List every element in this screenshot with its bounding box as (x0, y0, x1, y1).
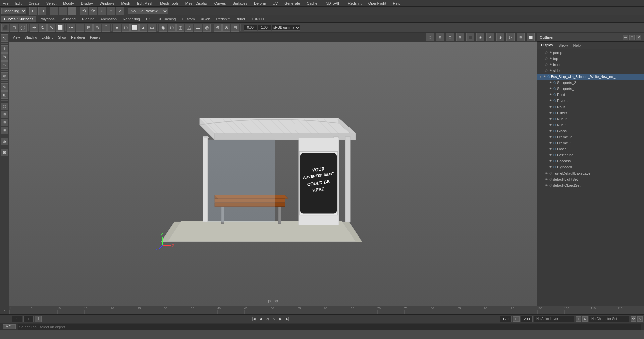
outliner-item-lightset[interactable]: 👁 ⬡ defaultLightSet (537, 176, 644, 182)
bezier-tool[interactable]: ≈ (76, 24, 84, 32)
outliner-item-glass[interactable]: 👁 ⬡ Glass (537, 128, 644, 134)
vp-btn10[interactable]: ⊟ (517, 33, 525, 41)
nurbs-cube[interactable]: ⬡ (168, 24, 176, 32)
paint-tool[interactable]: ◯ (19, 24, 27, 32)
display3-left[interactable]: ⊟ (1, 119, 8, 126)
outliner-item-rivets[interactable]: 👁 ⬡ Rivets (537, 98, 644, 104)
status-input[interactable] (18, 324, 641, 330)
pencil-tool[interactable]: ✎ (93, 24, 101, 32)
outliner-item-fastening[interactable]: 👁 ⬡ Fastening (537, 152, 644, 158)
last-tool[interactable]: ⬜ (56, 24, 64, 32)
curve-tool[interactable]: 〜 (67, 24, 75, 32)
value2-input[interactable] (258, 25, 271, 31)
outliner-item-supports2[interactable]: 👁 ⬡ Supports_2 (537, 80, 644, 86)
outliner-maximize[interactable]: □ (629, 35, 635, 40)
menu-modify[interactable]: Modify (62, 1, 75, 5)
redo-btn[interactable]: ↪ (38, 7, 46, 15)
display-left[interactable]: ⬚ (1, 103, 8, 110)
play-btn[interactable]: ▷ (271, 316, 277, 322)
outliner-item-carcass[interactable]: 👁 ⬡ Carcass (537, 158, 644, 164)
nurbs-cone[interactable]: △ (185, 24, 193, 32)
rotate-left[interactable]: ↻ (1, 53, 8, 61)
vp-btn5[interactable]: ⬛ (466, 33, 474, 41)
tab-rendering[interactable]: Rendering (120, 16, 143, 22)
menu-edit[interactable]: Edit (14, 1, 23, 5)
tab-curves-surfaces[interactable]: Curves / Surfaces (1, 16, 36, 22)
step-fwd-btn[interactable]: ▶ (278, 316, 284, 322)
value1-input[interactable] (244, 25, 257, 31)
rotate-tool[interactable]: ↻ (39, 24, 47, 32)
go-start-btn[interactable]: |◀ (251, 316, 257, 322)
live-preview-select[interactable]: No Live Preview (128, 8, 168, 14)
tb3[interactable]: ⬡ (68, 7, 76, 15)
menu-file[interactable]: File (1, 1, 10, 5)
menu-windows[interactable]: Windows (98, 1, 116, 5)
vp-view[interactable]: View (11, 35, 21, 40)
cube-tool[interactable]: ⬡ (122, 24, 130, 32)
tab-rigging[interactable]: Rigging (79, 16, 97, 22)
nurbs-torus[interactable]: ◎ (203, 24, 211, 32)
go-end-btn[interactable]: ▶| (284, 316, 290, 322)
nurbs-sphere[interactable]: ◉ (159, 24, 167, 32)
outliner-item-bus-stop[interactable]: ▼ 👁 ⬡ Bus_Stop_with_Billboard_White_New_… (537, 74, 644, 80)
outliner-item-bigboard[interactable]: 👁 ⬡ Bigboard (537, 164, 644, 170)
outliner-item-nut2[interactable]: 👁 ⬡ Nut_2 (537, 116, 644, 122)
display2-left[interactable]: ⊡ (1, 111, 8, 118)
outliner-item-floor[interactable]: 👁 ⬡ Floor (537, 146, 644, 152)
vp-btn1[interactable]: ⬚ (426, 33, 434, 41)
menu-deform[interactable]: Deform (253, 1, 267, 5)
vp-btn8[interactable]: ◑ (496, 33, 504, 41)
frame-current-input[interactable] (23, 316, 34, 322)
vp-renderer[interactable]: Renderer (70, 35, 87, 40)
char-set-btn[interactable]: ⚙ (631, 316, 636, 322)
display4-left[interactable]: ⊞ (1, 127, 8, 134)
undo-btn[interactable]: ↩ (29, 7, 37, 15)
lasso-tool[interactable]: ◻ (10, 24, 18, 32)
menu-create[interactable]: Create (27, 1, 41, 5)
menu-openflight[interactable]: OpenFlight (367, 1, 388, 5)
snap3[interactable]: ⊞ (231, 24, 239, 32)
tab-custom[interactable]: Custom (179, 16, 198, 22)
sphere-tool[interactable]: ● (113, 24, 121, 32)
frame-range-end-input[interactable] (500, 316, 512, 322)
outliner-tab-show[interactable]: Show (557, 43, 569, 48)
tab-sculpting[interactable]: Sculpting (58, 16, 78, 22)
menu-cache[interactable]: Cache (305, 1, 319, 5)
vp-btn6[interactable]: ◉ (476, 33, 484, 41)
anim-layer-btn2[interactable]: ⚙ (582, 316, 588, 322)
nurbs-cyl[interactable]: ◫ (176, 24, 184, 32)
vp-shading[interactable]: Shading (23, 35, 39, 40)
outliner-item-persp[interactable]: ⬡ 👁 persp (537, 50, 644, 56)
outliner-tab-display[interactable]: Display (540, 42, 554, 48)
tab-redshift[interactable]: Redshift (214, 16, 232, 22)
snap-left[interactable]: ⊕ (1, 72, 8, 80)
transform2[interactable]: ⟳ (89, 7, 97, 15)
xray-left[interactable]: ◑ (1, 138, 8, 145)
vp-btn9[interactable]: ▷ (506, 33, 515, 41)
tab-xgen[interactable]: XGen (198, 16, 213, 22)
scale-tool[interactable]: ⤡ (47, 24, 55, 32)
sculpt-left[interactable]: ⊞ (1, 91, 8, 99)
outliner-item-turtlebake[interactable]: 👁 ⬡ TurtleDefaultBakeLayer (537, 170, 644, 176)
vp-btn2[interactable]: ⊞ (436, 33, 444, 41)
select-tool[interactable]: ⬛ (1, 24, 9, 32)
outliner-minimize[interactable]: — (623, 35, 628, 40)
outliner-item-side[interactable]: ⬡ 👁 side (537, 68, 644, 74)
vp-btn3[interactable]: ⊡ (446, 33, 454, 41)
scale-left[interactable]: ⤡ (1, 61, 8, 69)
outliner-item-pillars[interactable]: 👁 ⬡ Pillars (537, 110, 644, 116)
misc1-left[interactable]: ⊠ (1, 149, 8, 156)
frame-start-input[interactable] (12, 316, 22, 322)
vp-panels[interactable]: Panels (89, 35, 102, 40)
outliner-item-supports1[interactable]: 👁 ⬡ Supports_1 (537, 86, 644, 92)
outliner-item-nut1[interactable]: 👁 ⬡ Nut_1 (537, 122, 644, 128)
range-end-input[interactable] (521, 316, 533, 322)
menu-mesh[interactable]: Mesh (120, 1, 131, 5)
outliner-item-objectset[interactable]: 👁 ⬡ defaultObjectSet (537, 182, 644, 188)
menu-edit-mesh[interactable]: Edit Mesh (136, 1, 155, 5)
mode-dropdown[interactable]: Modeling (1, 8, 26, 14)
vp-show[interactable]: Show (57, 35, 68, 40)
vp-btn4[interactable]: ⊠ (456, 33, 464, 41)
cylinder-tool[interactable]: ⬜ (130, 24, 139, 32)
outliner-item-top[interactable]: ⬡ 👁 top (537, 56, 644, 62)
